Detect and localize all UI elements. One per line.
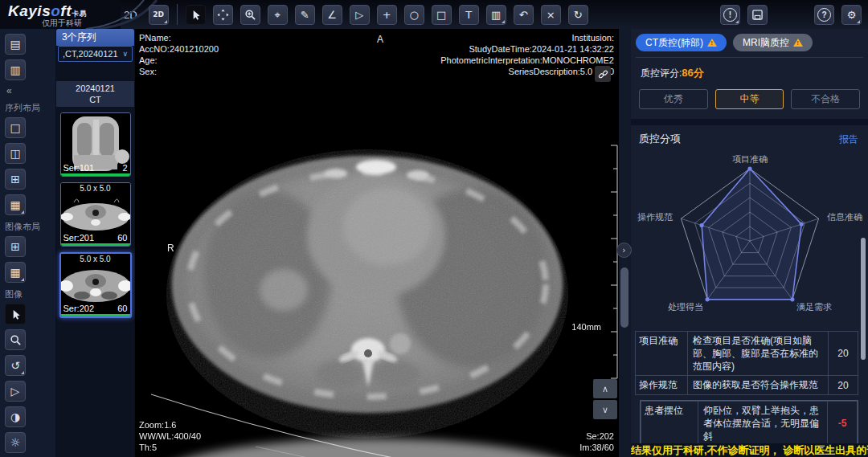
- settings-button[interactable]: ⚙: [841, 5, 862, 25]
- tab-mri-brain-qc[interactable]: MRI脑质控: [733, 34, 813, 51]
- histogram-icon: ▥: [491, 10, 501, 20]
- text-annotation-icon: T: [465, 10, 472, 20]
- rotate-button[interactable]: ↺: [5, 355, 26, 376]
- scroll-up-button[interactable]: ∧: [593, 379, 617, 398]
- text-annotation-button[interactable]: T: [459, 5, 479, 25]
- scale-ruler: [608, 145, 619, 379]
- main-image-viewport[interactable]: PName: AccNO:2401210200 Age: Sex: Instit…: [135, 29, 619, 457]
- point-marker-icon: +: [383, 10, 391, 20]
- chevron-down-icon: ∨: [602, 406, 608, 414]
- qc-score: 质控评分:86分: [636, 58, 863, 82]
- cobb-angle-button[interactable]: ▷: [350, 5, 370, 25]
- contrast-button[interactable]: ◑: [5, 406, 26, 427]
- windowing-target-button[interactable]: ⌖: [268, 5, 288, 25]
- grid-2x2-button[interactable]: ⊞: [5, 236, 26, 257]
- study-label: 20240121 CT: [56, 81, 134, 107]
- slice-scroll-buttons: ∧ ∨: [593, 379, 617, 421]
- rotate-icon: ↺: [10, 360, 20, 371]
- cobb-angle-icon: ▷: [355, 10, 363, 20]
- grade-medium-button[interactable]: 中等: [715, 89, 784, 109]
- layout-1x1-button[interactable]: □: [5, 117, 26, 138]
- svg-text:满足需求: 满足需求: [796, 302, 832, 312]
- qc-item-name: 患者摆位: [641, 402, 698, 445]
- qc-item-score: 20: [829, 376, 858, 394]
- study-selector-dropdown[interactable]: ,CT,20240121 ∨: [58, 46, 133, 62]
- scroll-down-button[interactable]: ∨: [593, 400, 617, 419]
- layout-1x2-button[interactable]: ◫: [5, 143, 26, 164]
- logo-o-mark: o: [51, 2, 60, 19]
- angle-button[interactable]: ∠: [322, 5, 342, 25]
- delete-button[interactable]: ×: [541, 5, 561, 25]
- series-thumbnail-101[interactable]: Ser:101 2: [60, 112, 131, 177]
- layout-3x3-icon: ▦: [10, 199, 20, 210]
- qc-item-name: 项目准确: [636, 332, 688, 375]
- contrast-icon: ◑: [10, 411, 20, 422]
- layout-2x2-button[interactable]: ⊞: [5, 169, 26, 190]
- cursor-button[interactable]: [186, 5, 206, 25]
- qc-item-desc: 图像的获取是否符合操作规范: [688, 376, 829, 394]
- section-label: 序列布局: [5, 102, 51, 114]
- series-loaded-bar: [61, 173, 130, 176]
- grade-excellent-button[interactable]: 优秀: [639, 89, 708, 109]
- panel-scrollbar-thumb[interactable]: [861, 238, 866, 360]
- point-marker-button[interactable]: +: [377, 5, 397, 25]
- left-tool-sidebar: ▤▥ « 序列布局□◫⊞▦图像布局⊞▦图像↺▷◑☼◎▶其他工具+×↻ 定位线✓定…: [0, 29, 56, 457]
- panel-expand-handle[interactable]: ›: [616, 243, 632, 258]
- ellipse-button[interactable]: ○: [404, 5, 424, 25]
- rectangle-button[interactable]: □: [432, 5, 452, 25]
- series-loaded-bar: [61, 243, 130, 246]
- link-sync-button[interactable]: [595, 66, 611, 82]
- top-toolbar: Kayisoft卡易 仅用于科研 2D 2D ⌖✎∠▷+○□T▥↶×↻ ! ?⚙: [0, 0, 868, 29]
- reset-button[interactable]: ↻: [568, 5, 588, 25]
- pan-button[interactable]: [213, 5, 233, 25]
- ct-axial-image: [135, 29, 619, 457]
- warning-icon: [793, 39, 803, 47]
- svg-text:项目准确: 项目准确: [732, 154, 768, 164]
- svg-text:操作规范: 操作规范: [637, 212, 673, 222]
- grid-3x3-button[interactable]: ▦: [5, 262, 26, 283]
- info-icon: !: [723, 8, 737, 22]
- brightness-button[interactable]: ☼: [5, 432, 26, 453]
- cursor-icon: [10, 308, 22, 320]
- section-label: 图像: [5, 288, 51, 300]
- grid-2x2-icon: ⊞: [10, 241, 20, 252]
- link-icon: [598, 69, 608, 80]
- reset-icon: ↻: [574, 10, 583, 20]
- stack-scrollbar-track[interactable]: ›: [619, 29, 631, 457]
- patient-info-overlay: PName: AccNO:2401210200 Age: Sex:: [139, 32, 219, 77]
- qc-radar-chart: 项目准确信息准确满足需求处理得当操作规范: [637, 149, 862, 328]
- layout-2d-select-button[interactable]: 2D: [149, 5, 169, 25]
- series-loaded-bar: [61, 314, 130, 316]
- cursor-button[interactable]: [5, 304, 26, 324]
- zoom-in-button[interactable]: [240, 5, 260, 25]
- qc-table-row: 项目准确检查项目是否准确(项目如脑部、胸部、腹部是否在标准的范围内容)20: [635, 331, 858, 376]
- measure-pencil-button[interactable]: ✎: [295, 5, 315, 25]
- tab-ct-lung-qc[interactable]: CT质控(肺部): [636, 34, 727, 51]
- stack-scrollbar-thumb[interactable]: [620, 267, 628, 328]
- magnifier-icon: [10, 334, 22, 346]
- qc-panel: CT质控(肺部) MRI脑质控 质控评分:86分 优秀 中等 不合格 质控分项 …: [631, 29, 868, 457]
- histogram-button[interactable]: ▥: [486, 5, 506, 25]
- series-panel: 3个序列 ,CT,20240121 ∨ 20240121 CT Ser:101 …: [56, 29, 135, 457]
- series-thumbnail-201[interactable]: 5.0 x 5.0 Ser:201 60: [60, 182, 131, 247]
- save-button[interactable]: [747, 5, 768, 25]
- grade-fail-button[interactable]: 不合格: [791, 89, 860, 109]
- collapse-sidebar-button[interactable]: «: [6, 85, 51, 96]
- measure-pencil-icon: ✎: [301, 10, 309, 20]
- qc-subitems-title: 质控分项: [639, 132, 681, 146]
- chevron-down-icon: ∨: [122, 50, 128, 58]
- zoom-window-overlay: Zoom:1.6 WW/WL:400/40 Th:5: [139, 419, 201, 453]
- report-link[interactable]: 报告: [839, 133, 858, 146]
- help-button[interactable]: ?: [814, 5, 834, 25]
- disclaimer-marquee: 结果仅用于科研,不作诊断证明， 诊断以医生出具的诊断: [631, 443, 868, 457]
- series-browser-button[interactable]: ▤: [5, 34, 26, 55]
- layout-1x2-icon: ◫: [10, 148, 20, 159]
- undo-button[interactable]: ↶: [514, 5, 534, 25]
- info-button[interactable]: !: [720, 5, 740, 25]
- series-thumbnail-202-selected[interactable]: 5.0 x 5.0 Ser:202 60: [59, 252, 132, 318]
- report-button[interactable]: ▥: [5, 59, 26, 80]
- layout-3x3-button[interactable]: ▦: [5, 194, 26, 215]
- flag-play-button[interactable]: ▷: [5, 381, 26, 402]
- magnifier-button[interactable]: [5, 329, 26, 350]
- qc-item-score: -5: [828, 402, 857, 445]
